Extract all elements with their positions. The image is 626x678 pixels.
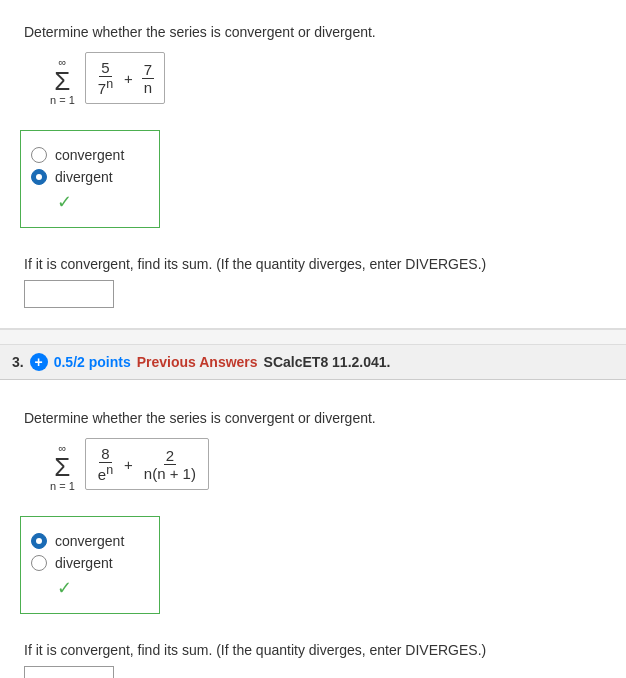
label-2-convergent: convergent [55,147,124,163]
option-2-divergent[interactable]: divergent [31,169,145,185]
problem-2-section: Determine whether the series is converge… [0,0,626,329]
points-text-3: 0.5/2 points [54,354,131,370]
checkmark-3: ✓ [57,577,145,599]
answer-input-3 [24,666,606,678]
radio-group-2: convergent divergent ✓ [20,130,160,228]
option-3-divergent[interactable]: divergent [31,555,145,571]
sigma-symbol-3: Σ [54,454,70,480]
section-divider [0,329,626,345]
answer-input-2 [24,280,606,308]
option-2-convergent[interactable]: convergent [31,147,145,163]
problem-3-content: Determine whether the series is converge… [0,380,626,678]
prev-answers-3[interactable]: Previous Answers [137,354,258,370]
sigma-symbol-2: Σ [54,68,70,94]
option-3-convergent[interactable]: convergent [31,533,145,549]
sigma-bottom-2: n = 1 [50,94,75,106]
answer-field-2[interactable] [24,280,114,308]
formula-3-bracket: 8 en + 2 n(n + 1) [85,438,209,490]
radio-2-divergent[interactable] [31,169,47,185]
problem-3-header: 3. + 0.5/2 points Previous Answers SCalc… [0,345,626,380]
sigma-limits-2: ∞ Σ n = 1 [50,56,75,106]
frac-2-1: 5 7n [96,59,115,97]
frac-3-1-den: en [98,466,113,483]
checkmark-2: ✓ [57,191,145,213]
radio-3-convergent[interactable] [31,533,47,549]
formula-3: ∞ Σ n = 1 8 en + 2 n(n + 1) [50,438,606,492]
formula-2: ∞ Σ n = 1 5 7n + 7 n [50,52,606,106]
frac-2-2: 7 n [142,61,154,96]
sigma-limits-3: ∞ Σ n = 1 [50,442,75,492]
frac-2-1-den: 7n [98,80,113,97]
answer-field-3[interactable] [24,666,114,678]
sub-question-3: If it is convergent, find its sum. (If t… [20,642,606,658]
radio-group-3: convergent divergent ✓ [20,516,160,614]
label-3-convergent: convergent [55,533,124,549]
sigma-bottom-3: n = 1 [50,480,75,492]
plus-badge-icon: + [30,353,48,371]
problem-3-section: 3. + 0.5/2 points Previous Answers SCalc… [0,345,626,678]
problem-3-number: 3. [12,354,24,370]
label-3-divergent: divergent [55,555,113,571]
radio-2-convergent[interactable] [31,147,47,163]
formula-2-bracket: 5 7n + 7 n [85,52,165,104]
plus-op-3: + [124,456,133,473]
question-2-text: Determine whether the series is converge… [20,24,606,40]
plus-op-2: + [124,70,133,87]
frac-3-2: 2 n(n + 1) [142,447,198,482]
question-3-text: Determine whether the series is converge… [20,410,606,426]
sub-question-2: If it is convergent, find its sum. (If t… [20,256,606,272]
problem-id-3: SCalcET8 11.2.041. [264,354,391,370]
frac-3-1: 8 en [96,445,115,483]
radio-3-divergent[interactable] [31,555,47,571]
label-2-divergent: divergent [55,169,113,185]
